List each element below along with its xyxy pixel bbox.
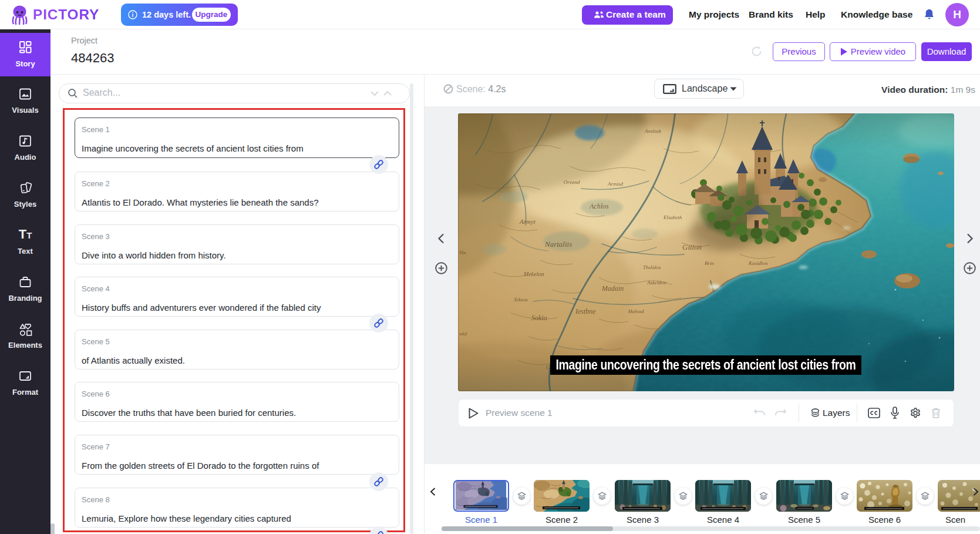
- svg-text:Armyt: Armyt: [519, 218, 536, 225]
- svg-text:Tekton: Tekton: [514, 297, 528, 303]
- svg-text:Sokio: Sokio: [531, 314, 547, 322]
- svg-text:Iestbne: Iestbne: [575, 307, 596, 315]
- svg-text:Vin: Vin: [459, 250, 466, 256]
- svg-text:Elsabeth: Elsabeth: [663, 214, 682, 220]
- svg-text:Achlos: Achlos: [589, 202, 609, 210]
- svg-text:Thslidos: Thslidos: [643, 264, 661, 270]
- svg-text:wkd: wkd: [459, 331, 467, 337]
- svg-text:Armisd: Armisd: [607, 181, 624, 187]
- svg-text:Madain: Madain: [601, 284, 624, 293]
- svg-text:Brin: Brin: [705, 260, 715, 266]
- svg-text:Mekelon: Mekelon: [523, 271, 544, 277]
- svg-text:Kasidlon: Kasidlon: [748, 260, 768, 266]
- svg-text:Nartaliis: Nartaliis: [544, 240, 572, 248]
- svg-text:Halvad: Halvad: [628, 308, 644, 314]
- svg-text:Orvand: Orvand: [564, 179, 580, 185]
- svg-text:Askeldon: Askeldon: [646, 280, 666, 286]
